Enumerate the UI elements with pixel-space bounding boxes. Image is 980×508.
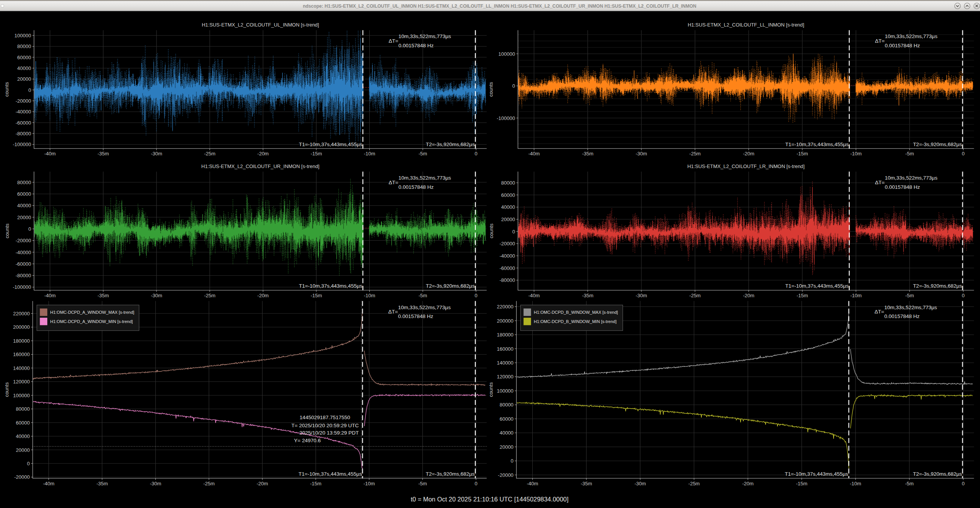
svg-text:0: 0 <box>475 481 477 486</box>
svg-text:-10m: -10m <box>364 293 375 298</box>
svg-text:t0 = Mon Oct 20 2025 21:10:16: t0 = Mon Oct 20 2025 21:10:16 UTC [14450… <box>411 496 569 503</box>
svg-text:140000: 140000 <box>13 365 30 371</box>
svg-text:180000: 180000 <box>13 338 30 344</box>
svg-text:-20000: -20000 <box>498 472 513 478</box>
svg-text:-30m: -30m <box>151 151 162 157</box>
svg-text:1445029187.7517550: 1445029187.7517550 <box>300 415 350 420</box>
svg-text:T2=-3s,920ms,682µs: T2=-3s,920ms,682µs <box>913 283 962 289</box>
svg-text:40000: 40000 <box>17 203 31 208</box>
svg-text:-35m: -35m <box>98 293 109 298</box>
svg-text:counts: counts <box>4 223 10 238</box>
svg-text:0: 0 <box>512 83 515 89</box>
svg-text:-100000: -100000 <box>13 142 31 147</box>
svg-text:-20m: -20m <box>257 293 269 298</box>
svg-text:T2=-3s,920ms,682µs: T2=-3s,920ms,682µs <box>426 142 475 147</box>
svg-text:-30m: -30m <box>151 293 162 298</box>
svg-text:-35m: -35m <box>582 151 593 157</box>
svg-text:-40000: -40000 <box>16 109 31 115</box>
svg-text:H1:SUS-ETMX_L2_COILOUTF_UL_INM: H1:SUS-ETMX_L2_COILOUTF_UL_INMON [s-tren… <box>202 22 319 28</box>
svg-text:60000: 60000 <box>17 191 31 197</box>
svg-text:120000: 120000 <box>497 374 513 380</box>
svg-text:-35m: -35m <box>581 481 592 486</box>
svg-text:-15m: -15m <box>796 481 807 486</box>
svg-text:-30m: -30m <box>635 481 646 486</box>
svg-text:-20000: -20000 <box>16 238 31 243</box>
svg-text:ΔT=: ΔT= <box>389 180 398 185</box>
svg-text:ΔT=: ΔT= <box>875 180 885 185</box>
svg-text:-40m: -40m <box>527 481 538 486</box>
svg-text:80000: 80000 <box>17 43 31 49</box>
svg-text:-20m: -20m <box>743 151 754 157</box>
svg-text:T2=-3s,920ms,682µs: T2=-3s,920ms,682µs <box>913 471 962 477</box>
svg-text:20000: 20000 <box>16 447 30 453</box>
svg-text:-60000: -60000 <box>16 261 31 267</box>
svg-text:0.00157848 Hz: 0.00157848 Hz <box>398 313 434 319</box>
svg-text:T1=-10m,37s,443ms,455µs: T1=-10m,37s,443ms,455µs <box>785 283 849 289</box>
svg-text:counts: counts <box>4 382 10 397</box>
svg-text:2025/10/20 13:59:29 PDT: 2025/10/20 13:59:29 PDT <box>299 430 359 436</box>
svg-text:-5m: -5m <box>419 293 427 298</box>
svg-text:20000: 20000 <box>501 217 515 222</box>
svg-text:-5m: -5m <box>905 481 914 486</box>
svg-text:100000: 100000 <box>15 33 31 38</box>
svg-text:160000: 160000 <box>497 346 513 352</box>
svg-text:0: 0 <box>28 87 31 93</box>
svg-text:-20m: -20m <box>257 151 269 157</box>
svg-text:-30m: -30m <box>636 293 647 298</box>
svg-text:ΔT=: ΔT= <box>389 38 398 44</box>
svg-text:-25m: -25m <box>689 293 701 298</box>
svg-text:60000: 60000 <box>501 192 515 198</box>
svg-text:60000: 60000 <box>16 420 30 426</box>
svg-text:10m,33s,522ms,773µs: 10m,33s,522ms,773µs <box>399 175 451 181</box>
svg-text:-80000: -80000 <box>500 277 515 283</box>
svg-text:H1:OMC-DCPD_B_WINDOW_MIN [s-tr: H1:OMC-DCPD_B_WINDOW_MIN [s-trend] <box>534 319 616 324</box>
svg-text:-40m: -40m <box>44 293 56 298</box>
svg-text:100000: 100000 <box>498 51 515 57</box>
svg-text:T2=-3s,920ms,682µs: T2=-3s,920ms,682µs <box>426 471 475 477</box>
svg-text:-5m: -5m <box>418 481 427 486</box>
svg-text:-100000: -100000 <box>497 115 515 121</box>
svg-text:-20000: -20000 <box>16 98 31 104</box>
svg-text:0.00157848 Hz: 0.00157848 Hz <box>885 43 920 48</box>
svg-text:-40000: -40000 <box>16 250 31 255</box>
svg-text:-5m: -5m <box>419 151 427 157</box>
svg-text:40000: 40000 <box>500 430 513 436</box>
svg-text:T= 2025/10/20 20:59:29 UTC: T= 2025/10/20 20:59:29 UTC <box>291 423 359 428</box>
svg-text:H1:SUS-ETMX_L2_COILOUTF_UR_INM: H1:SUS-ETMX_L2_COILOUTF_UR_INMON [s-tren… <box>201 163 319 169</box>
svg-text:-10m: -10m <box>850 293 862 298</box>
svg-text:0: 0 <box>27 461 30 466</box>
svg-text:Y= 24970.6: Y= 24970.6 <box>294 438 321 443</box>
svg-text:-15m: -15m <box>797 151 808 157</box>
svg-text:10m,33s,522ms,773µs: 10m,33s,522ms,773µs <box>885 175 937 181</box>
svg-text:10m,33s,522ms,773µs: 10m,33s,522ms,773µs <box>885 33 937 39</box>
svg-text:ΔT=: ΔT= <box>875 309 884 315</box>
svg-text:0: 0 <box>962 151 965 157</box>
svg-text:-35m: -35m <box>98 151 109 157</box>
svg-text:-35m: -35m <box>582 293 593 298</box>
svg-text:-20m: -20m <box>742 481 754 486</box>
svg-text:T1=-10m,37s,443ms,455µs: T1=-10m,37s,443ms,455µs <box>785 471 848 477</box>
svg-text:60000: 60000 <box>500 416 513 422</box>
svg-text:80000: 80000 <box>501 180 515 186</box>
svg-text:ΔT=: ΔT= <box>875 38 885 44</box>
svg-text:counts: counts <box>4 82 10 97</box>
svg-text:-40m: -40m <box>44 151 56 157</box>
svg-text:100000: 100000 <box>497 388 513 394</box>
svg-text:-30m: -30m <box>150 481 161 486</box>
svg-text:20000: 20000 <box>17 215 31 220</box>
svg-text:counts: counts <box>488 82 494 97</box>
svg-text:-40m: -40m <box>528 151 540 157</box>
svg-text:0.00157848 Hz: 0.00157848 Hz <box>399 184 434 190</box>
svg-text:-15m: -15m <box>797 293 808 298</box>
svg-text:H1:OMC-DCPD_A_WINDOW_MAX [s-tr: H1:OMC-DCPD_A_WINDOW_MAX [s-trend] <box>50 310 135 315</box>
svg-text:60000: 60000 <box>17 55 31 60</box>
svg-text:T1=-10m,37s,443ms,455µs: T1=-10m,37s,443ms,455µs <box>785 142 849 147</box>
svg-text:-20000: -20000 <box>500 241 515 247</box>
svg-text:-5m: -5m <box>905 293 914 298</box>
svg-text:0.00157848 Hz: 0.00157848 Hz <box>399 43 434 48</box>
svg-text:-10m: -10m <box>850 151 862 157</box>
svg-text:-10m: -10m <box>364 481 375 486</box>
svg-text:-20000: -20000 <box>14 474 30 480</box>
svg-text:140000: 140000 <box>497 360 513 366</box>
svg-text:0: 0 <box>475 151 477 157</box>
